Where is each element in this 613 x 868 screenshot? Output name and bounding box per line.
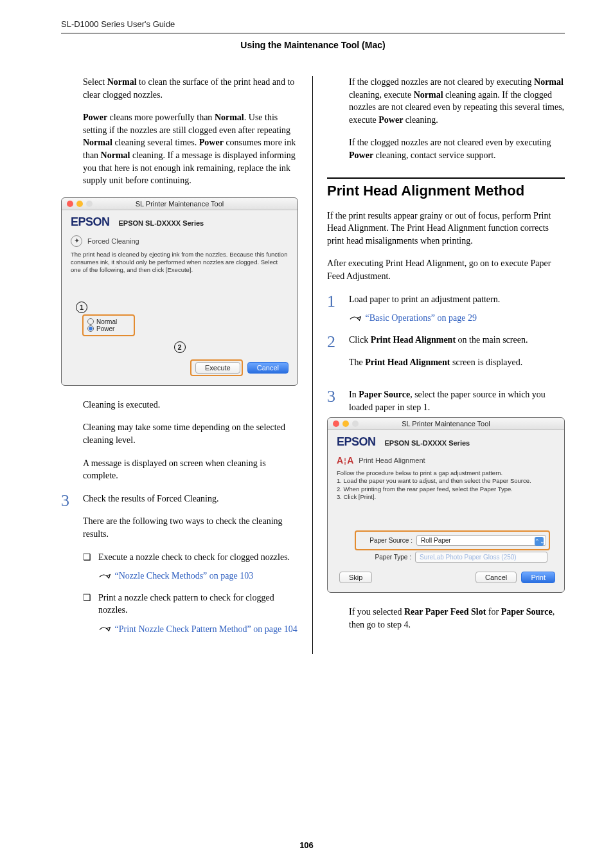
tool-name: Print Head Alignment bbox=[359, 457, 425, 464]
dialog-description: Follow the procedure below to print a ga… bbox=[337, 469, 555, 501]
step-1-text: Load paper to print an adjustment patter… bbox=[349, 293, 565, 306]
minimize-icon bbox=[76, 201, 83, 207]
traffic-lights bbox=[333, 420, 359, 427]
step-3-number: 3 bbox=[61, 493, 83, 645]
zoom-icon bbox=[352, 420, 359, 427]
para-exec: Cleaning is executed. bbox=[83, 399, 298, 411]
right-column: If the clogged nozzles are not cleared b… bbox=[313, 76, 565, 654]
paper-source-label: Paper Source : bbox=[359, 537, 416, 544]
print-head-alignment-dialog: SL Printer Maintenance Tool EPSON EPSON … bbox=[327, 417, 565, 593]
forced-cleaning-dialog: SL Printer Maintenance Tool EPSON EPSON … bbox=[61, 197, 298, 386]
epson-logo: EPSON bbox=[337, 435, 376, 449]
tool-name: Forced Cleaning bbox=[87, 237, 139, 245]
step-3-text: Check the results of Forced Cleaning. bbox=[83, 493, 298, 505]
radio-power-label: Power bbox=[96, 325, 114, 332]
dialog-title: SL Printer Maintenance Tool bbox=[402, 420, 490, 428]
alignment-icon: A╎A bbox=[337, 455, 353, 466]
step-2-number: 2 bbox=[327, 334, 349, 379]
dialog-title: SL Printer Maintenance Tool bbox=[136, 200, 224, 208]
radio-normal-label: Normal bbox=[96, 318, 117, 325]
close-icon bbox=[333, 420, 339, 427]
traffic-lights bbox=[67, 201, 93, 207]
pha-intro-2: After executing Print Head Alignment, go… bbox=[327, 257, 565, 282]
para-power: Power cleans more powerfully than Normal… bbox=[83, 111, 298, 187]
series-label: EPSON SL-DXXXX Series bbox=[119, 219, 204, 227]
para-msg: A message is displayed on screen when cl… bbox=[83, 457, 298, 482]
step-2-result: The Print Head Alignment screen is displ… bbox=[349, 356, 565, 369]
paper-type-select[interactable]: SureLab Photo Paper Gloss (250) bbox=[415, 552, 547, 563]
header-rule bbox=[61, 33, 565, 33]
link-print-pattern[interactable]: “Print Nozzle Check Pattern Method” on p… bbox=[115, 624, 298, 634]
para-retry: If the clogged nozzles are not cleared b… bbox=[349, 76, 565, 126]
bullet-icon: ❏ bbox=[83, 551, 98, 564]
close-icon bbox=[67, 201, 73, 207]
skip-button[interactable]: Skip bbox=[339, 572, 372, 583]
bullet-1: Execute a nozzle check to check for clog… bbox=[98, 551, 298, 564]
para-time: Cleaning may take some time depending on… bbox=[83, 421, 298, 446]
callout-1: 1 bbox=[76, 302, 87, 313]
page-number: 106 bbox=[0, 840, 613, 850]
zoom-icon bbox=[86, 201, 93, 207]
link-nozzle-check[interactable]: “Nozzle Check Methods” on page 103 bbox=[115, 571, 254, 581]
pointer-icon bbox=[98, 625, 112, 635]
cancel-button[interactable]: Cancel bbox=[475, 572, 517, 583]
para-support: If the clogged nozzles are not cleared e… bbox=[349, 136, 565, 161]
paper-source-select[interactable]: Roll Paper⌃⌄ bbox=[416, 535, 546, 546]
bullet-2: Print a nozzle check pattern to check fo… bbox=[98, 592, 298, 617]
header-guide-title: SL-D1000 Series User's Guide bbox=[61, 19, 565, 29]
step-3-sub: There are the following two ways to chec… bbox=[83, 515, 298, 540]
print-head-alignment-heading: Print Head Alignment Method bbox=[327, 177, 565, 199]
cancel-button[interactable]: Cancel bbox=[247, 362, 289, 374]
minimize-icon bbox=[342, 420, 349, 427]
print-button[interactable]: Print bbox=[521, 572, 555, 583]
callout-2: 2 bbox=[174, 341, 186, 353]
after-dialog-note: If you selected Rear Paper Feed Slot for… bbox=[349, 606, 565, 631]
step-3r-text: In Paper Source, select the paper source… bbox=[349, 388, 565, 413]
dialog-title-bar: SL Printer Maintenance Tool bbox=[328, 418, 564, 430]
forced-cleaning-icon: ✦ bbox=[71, 235, 82, 247]
chevron-icon: ⌃⌄ bbox=[535, 537, 544, 546]
pha-intro-1: If the print results appear grainy or ou… bbox=[327, 210, 565, 248]
link-basic-ops[interactable]: “Basic Operations” on page 29 bbox=[366, 313, 477, 323]
step-1-number: 1 bbox=[327, 293, 349, 325]
radio-power[interactable] bbox=[87, 325, 94, 332]
paper-type-label: Paper Type : bbox=[357, 554, 415, 561]
para-normal: Select Normal to clean the surface of th… bbox=[83, 76, 298, 101]
dialog-description: The print head is cleaned by ejecting in… bbox=[71, 251, 289, 275]
epson-logo: EPSON bbox=[71, 215, 110, 229]
left-column: Select Normal to clean the surface of th… bbox=[61, 76, 313, 654]
bullet-icon: ❏ bbox=[83, 592, 98, 617]
pointer-icon bbox=[98, 572, 112, 582]
step-3r-number: 3 bbox=[327, 388, 349, 413]
radio-normal[interactable] bbox=[87, 318, 94, 325]
execute-button[interactable]: Execute bbox=[195, 362, 240, 374]
dialog-title-bar: SL Printer Maintenance Tool bbox=[62, 198, 298, 210]
cleaning-options: Normal Power bbox=[82, 314, 135, 336]
section-heading: Using the Maintenance Tool (Mac) bbox=[61, 40, 565, 50]
step-2-text: Click Print Head Alignment on the main s… bbox=[349, 334, 565, 347]
series-label: EPSON SL-DXXXX Series bbox=[385, 439, 470, 447]
pointer-icon bbox=[349, 314, 363, 324]
